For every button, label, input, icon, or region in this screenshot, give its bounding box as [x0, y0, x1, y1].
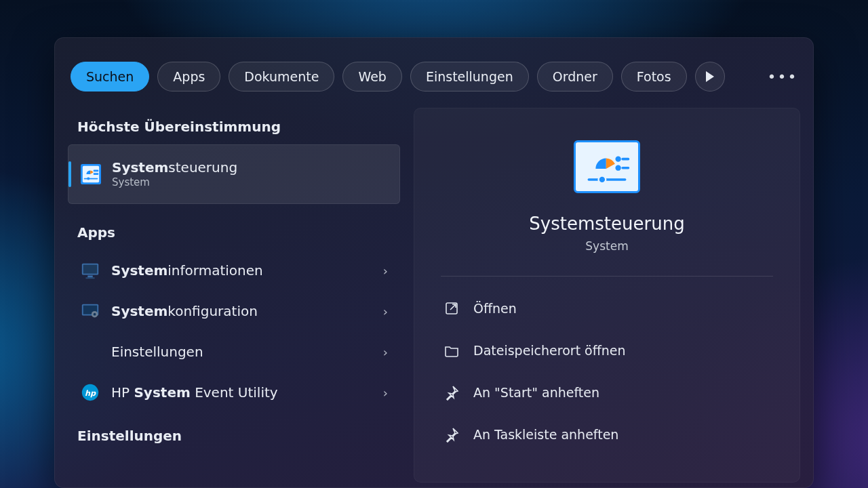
more-menu-button[interactable]: •••: [768, 62, 797, 92]
svg-rect-4: [84, 178, 98, 180]
preview-pane: Systemsteuerung System Öffnen Dateispeic…: [414, 108, 800, 483]
chevron-right-icon: ›: [383, 264, 388, 278]
hp-logo-icon: hp: [80, 382, 100, 403]
action-open-location[interactable]: Dateispeicherort öffnen: [441, 329, 773, 371]
svg-rect-8: [87, 276, 93, 278]
preview-actions: Öffnen Dateispeicherort öffnen An "Start…: [441, 281, 773, 455]
tab-folders[interactable]: Ordner: [537, 62, 613, 92]
divider: [441, 276, 773, 277]
tab-apps[interactable]: Apps: [157, 62, 220, 92]
tab-more-forward[interactable]: [695, 62, 725, 92]
tab-settings[interactable]: Einstellungen: [410, 62, 529, 92]
svg-rect-19: [621, 166, 629, 169]
action-label: An "Start" anheften: [473, 385, 599, 400]
svg-rect-9: [85, 277, 94, 279]
best-match-result[interactable]: Systemsteuerung System: [68, 144, 400, 204]
control-panel-icon-large: [574, 140, 640, 193]
svg-point-5: [87, 178, 90, 180]
svg-point-16: [615, 156, 620, 161]
results-column: Höchste Übereinstimmung: [68, 105, 400, 483]
action-pin-start[interactable]: An "Start" anheften: [441, 371, 773, 413]
action-open[interactable]: Öffnen: [441, 287, 773, 329]
result-title: Systeminformationen: [111, 262, 263, 279]
chevron-right-icon: ›: [383, 304, 388, 319]
preview-category: System: [585, 239, 628, 253]
result-title: Systemsteuerung: [112, 159, 237, 176]
svg-rect-3: [94, 173, 99, 175]
action-label: Dateispeicherort öffnen: [473, 343, 626, 358]
monitor-gear-icon: [80, 301, 100, 321]
open-icon: [443, 300, 460, 317]
app-result-systeminformationen[interactable]: Systeminformationen ›: [68, 250, 400, 291]
svg-point-18: [615, 165, 620, 170]
svg-rect-20: [588, 178, 627, 181]
tab-photos[interactable]: Fotos: [621, 62, 687, 92]
svg-point-21: [599, 176, 606, 183]
filter-tabs: Suchen Apps Dokumente Web Einstellungen …: [54, 37, 814, 105]
tab-search[interactable]: Suchen: [71, 62, 149, 92]
svg-point-13: [94, 313, 96, 316]
tab-documents[interactable]: Dokumente: [229, 62, 334, 92]
action-label: An Taskleiste anheften: [473, 427, 618, 442]
settings-section-label: Einstellungen: [68, 413, 400, 453]
monitor-icon: [80, 260, 100, 281]
result-title: Systemkonfiguration: [111, 303, 258, 320]
control-panel-icon: [81, 164, 101, 184]
result-title: Einstellungen: [111, 344, 203, 361]
action-label: Öffnen: [473, 301, 517, 316]
folder-icon: [443, 342, 460, 359]
chevron-right-icon: ›: [383, 345, 388, 359]
svg-rect-2: [94, 169, 99, 171]
search-panel: Suchen Apps Dokumente Web Einstellungen …: [54, 37, 814, 488]
blank-icon: [80, 342, 100, 362]
app-result-einstellungen[interactable]: Einstellungen ›: [68, 331, 400, 372]
svg-rect-7: [83, 265, 98, 274]
pin-icon: [443, 426, 460, 443]
preview-title: Systemsteuerung: [529, 214, 684, 234]
pin-icon: [443, 384, 460, 401]
app-result-systemkonfiguration[interactable]: Systemkonfiguration ›: [68, 291, 400, 331]
svg-rect-17: [621, 157, 629, 160]
result-title: HP System Event Utility: [111, 384, 278, 401]
result-subtitle: System: [112, 176, 237, 189]
best-match-label: Höchste Übereinstimmung: [68, 105, 400, 144]
tab-web[interactable]: Web: [342, 62, 401, 92]
action-pin-taskbar[interactable]: An Taskleiste anheften: [441, 413, 773, 455]
play-icon: [706, 71, 714, 82]
svg-text:hp: hp: [85, 389, 96, 398]
app-result-hp-system-event[interactable]: hp HP System Event Utility ›: [68, 372, 400, 413]
chevron-right-icon: ›: [383, 386, 388, 400]
apps-section-label: Apps: [68, 209, 400, 250]
